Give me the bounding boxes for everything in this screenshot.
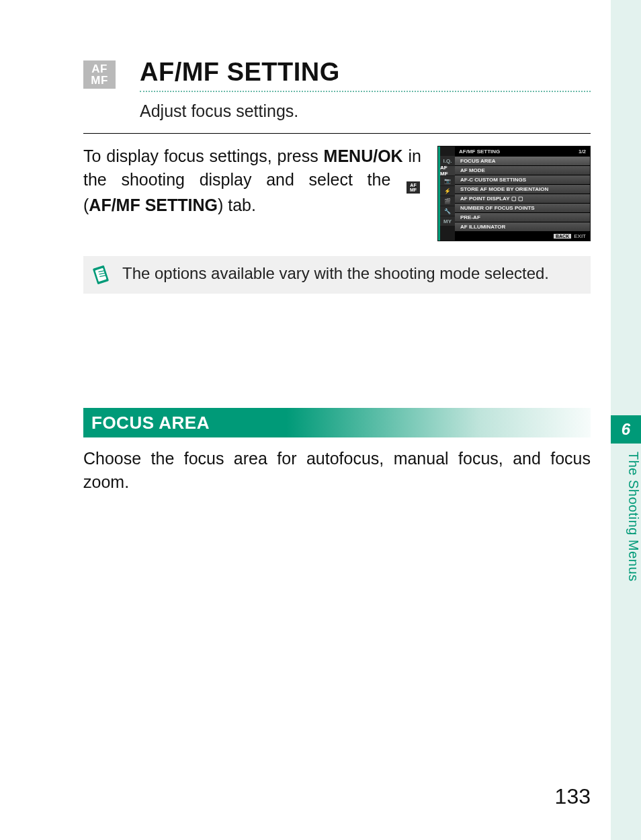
heading-underline — [83, 133, 591, 134]
menu-tab: AF MF — [440, 166, 455, 175]
menu-tab: 🎬 — [440, 196, 455, 206]
note-text: The options available vary with the shoo… — [122, 263, 549, 284]
menu-header-title: AF/MF SETTING — [459, 149, 500, 155]
menu-ok-label: MENU/OK — [324, 146, 403, 165]
menu-item-list: FOCUS AREA AF MODE AF-C CUSTOM SETTINGS … — [455, 156, 590, 231]
page-number: 133 — [555, 784, 591, 809]
intro-text-tail: tab. — [223, 196, 256, 214]
chapter-number-tab: 6 — [611, 415, 641, 444]
page-title: AF/MF SETTING — [140, 58, 591, 87]
menu-header: AF/MF SETTING 1/2 — [455, 146, 590, 156]
intro-row: To display focus settings, press MENU/OK… — [83, 144, 591, 241]
intro-text-pre: To display focus settings, press — [83, 146, 324, 165]
afmf-icon-line2: MF — [91, 75, 108, 86]
page-subtitle: Adjust focus settings. — [140, 101, 591, 121]
menu-tab: ⚡ — [440, 186, 455, 196]
menu-tab: 🔧 — [440, 206, 455, 216]
afmf-icon: AF MF — [83, 60, 116, 89]
menu-footer: BACK EXIT — [455, 231, 590, 241]
section-description: Choose the focus area for autofocus, man… — [83, 447, 591, 493]
intro-paragraph: To display focus settings, press MENU/OK… — [83, 144, 421, 241]
chapter-label: The Shooting Menus — [611, 452, 641, 582]
page-body: AF MF AF/MF SETTING Adjust focus setting… — [0, 0, 611, 840]
tab-label: AF/MF SETTING — [89, 196, 218, 214]
section-title: FOCUS AREA — [91, 413, 210, 433]
menu-item: AF ILLUMINATOR — [455, 222, 590, 231]
menu-item: AF-C CUSTOM SETTINGS — [455, 175, 590, 184]
dotted-divider — [140, 91, 591, 92]
menu-item: PRE-AF — [455, 212, 590, 222]
heading-block: AF MF AF/MF SETTING Adjust focus setting… — [83, 58, 591, 134]
menu-tab: I.Q. — [440, 156, 455, 165]
section-title-bar: FOCUS AREA — [83, 408, 591, 437]
menu-tab: 📷 — [440, 176, 455, 185]
menu-tab: MY — [440, 216, 455, 226]
menu-item: AF MODE — [455, 165, 590, 175]
camera-menu-thumbnail: I.Q. AF MF 📷 ⚡ 🎬 🔧 MY AF/MF SETTING 1/2 … — [437, 146, 591, 241]
menu-item: NUMBER OF FOCUS POINTS — [455, 203, 590, 212]
menu-tab-column: I.Q. AF MF 📷 ⚡ 🎬 🔧 MY — [440, 156, 455, 226]
menu-item: FOCUS AREA — [455, 156, 590, 165]
afmf-icon-line1: AF — [91, 63, 108, 75]
menu-exit-label: EXIT — [574, 233, 586, 239]
side-strip: 6 The Shooting Menus — [611, 0, 641, 840]
note-icon — [91, 265, 110, 284]
menu-back-label: BACK — [554, 234, 571, 239]
afmf-mini-icon: AFMF — [407, 181, 420, 194]
menu-header-page: 1/2 — [579, 149, 586, 155]
menu-item: STORE AF MODE BY ORIENTAION — [455, 184, 590, 194]
note-box: The options available vary with the shoo… — [83, 256, 591, 294]
menu-item: AF POINT DISPLAY ▢ ▢ — [455, 194, 590, 203]
